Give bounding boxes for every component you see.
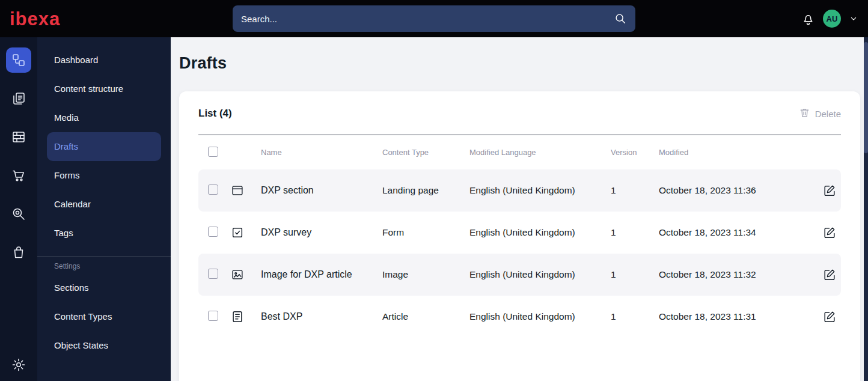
delete-button-label: Delete — [815, 109, 841, 119]
row-version: 1 — [611, 269, 659, 280]
row-modified: October 18, 2023 11:36 — [659, 185, 809, 196]
main-content: Drafts List (4) Delete Name Content Type… — [171, 37, 868, 381]
sidebar-item-dashboard[interactable]: Dashboard — [47, 46, 161, 75]
menu-divider — [37, 256, 171, 257]
search-input[interactable] — [241, 14, 614, 24]
sidebar-item-media[interactable]: Media — [47, 103, 161, 132]
scrollbar-thumb[interactable] — [864, 42, 868, 153]
row-modified: October 18, 2023 11:34 — [659, 227, 809, 238]
delete-button[interactable]: Delete — [799, 107, 841, 120]
row-name[interactable]: DXP survey — [250, 227, 382, 238]
table-row: DXP surveyFormEnglish (United Kingdom)1O… — [198, 212, 841, 254]
topbar-right: AU — [801, 10, 858, 28]
notifications-bell-icon[interactable] — [801, 12, 815, 26]
icon-rail — [0, 37, 37, 381]
row-modified: October 18, 2023 11:32 — [659, 269, 809, 280]
edit-icon[interactable] — [823, 310, 836, 323]
form-icon — [231, 226, 244, 239]
row-content-type: Form — [382, 227, 469, 238]
sidebar-item-content-structure[interactable]: Content structure — [47, 75, 161, 103]
topbar: ibexa AU — [0, 0, 868, 37]
table-header: Name Content Type Modified Language Vers… — [198, 135, 841, 169]
sidebar-item-forms[interactable]: Forms — [47, 161, 161, 190]
article-icon — [231, 310, 244, 323]
icon-rail-top — [6, 47, 31, 278]
bag-icon[interactable] — [6, 240, 31, 265]
ibexa-logo[interactable]: ibexa — [10, 10, 60, 28]
column-header-content-type: Content Type — [382, 148, 469, 157]
sidebar-item-tags[interactable]: Tags — [47, 219, 161, 248]
landing-page-icon — [231, 184, 244, 197]
table-row: Image for DXP articleImageEnglish (Unite… — [198, 254, 841, 296]
row-language: English (United Kingdom) — [469, 227, 611, 238]
documents-icon[interactable] — [6, 86, 31, 111]
row-name[interactable]: Image for DXP article — [250, 269, 382, 280]
avatar[interactable]: AU — [823, 10, 841, 28]
gear-icon[interactable] — [6, 352, 31, 377]
icon-rail-bottom — [6, 352, 31, 381]
row-language: English (United Kingdom) — [469, 311, 611, 322]
sidebar-item-object-states[interactable]: Object States — [47, 331, 161, 360]
row-content-type: Image — [382, 269, 469, 280]
sidebar-item-drafts[interactable]: Drafts — [47, 132, 161, 161]
sidebar-item-content-types[interactable]: Content Types — [47, 302, 161, 331]
row-checkbox[interactable] — [208, 227, 218, 237]
column-header-modified: Modified — [659, 148, 809, 157]
row-language: English (United Kingdom) — [469, 269, 611, 280]
row-version: 1 — [611, 185, 659, 196]
column-header-modified-language: Modified Language — [469, 148, 611, 157]
row-checkbox[interactable] — [208, 269, 218, 279]
search-icon[interactable] — [614, 12, 627, 25]
scrollbar-track[interactable] — [864, 37, 868, 381]
row-name[interactable]: DXP section — [250, 185, 382, 196]
row-language: English (United Kingdom) — [469, 185, 611, 196]
settings-menu-list: SectionsContent TypesObject States — [37, 273, 171, 360]
row-version: 1 — [611, 227, 659, 238]
row-name[interactable]: Best DXP — [250, 311, 382, 322]
edit-icon[interactable] — [823, 268, 836, 281]
row-content-type: Article — [382, 311, 469, 322]
trash-icon — [799, 107, 810, 120]
sidebar-item-sections[interactable]: Sections — [47, 273, 161, 302]
drafts-list-card: List (4) Delete Name Content Type Modifi… — [179, 91, 860, 381]
row-content-type: Landing page — [382, 185, 469, 196]
column-header-version: Version — [611, 148, 659, 157]
sitemap-icon[interactable] — [6, 47, 31, 73]
avatar-caret-icon[interactable] — [849, 14, 858, 23]
table-row: Best DXPArticleEnglish (United Kingdom)1… — [198, 296, 841, 338]
column-header-name: Name — [250, 148, 382, 157]
personalization-icon[interactable] — [6, 201, 31, 227]
drafts-table: Name Content Type Modified Language Vers… — [198, 135, 841, 338]
blocks-icon[interactable] — [6, 124, 31, 150]
page-title: Drafts — [179, 54, 860, 73]
image-icon — [231, 268, 244, 281]
search-bar — [233, 5, 635, 32]
sidebar-item-calendar[interactable]: Calendar — [47, 190, 161, 219]
edit-icon[interactable] — [823, 226, 836, 239]
row-checkbox[interactable] — [208, 311, 218, 321]
table-body: DXP sectionLanding pageEnglish (United K… — [198, 169, 841, 338]
row-modified: October 18, 2023 11:31 — [659, 311, 809, 322]
sidebar-menu: DashboardContent structureMediaDraftsFor… — [37, 37, 171, 381]
settings-section-label: Settings — [47, 262, 161, 270]
row-version: 1 — [611, 311, 659, 322]
table-row: DXP sectionLanding pageEnglish (United K… — [198, 169, 841, 212]
list-title: List (4) — [198, 108, 232, 120]
edit-icon[interactable] — [823, 184, 836, 197]
menu-list: DashboardContent structureMediaDraftsFor… — [37, 46, 171, 248]
row-checkbox[interactable] — [208, 184, 218, 195]
cart-icon[interactable] — [6, 163, 31, 188]
select-all-checkbox[interactable] — [208, 147, 218, 157]
